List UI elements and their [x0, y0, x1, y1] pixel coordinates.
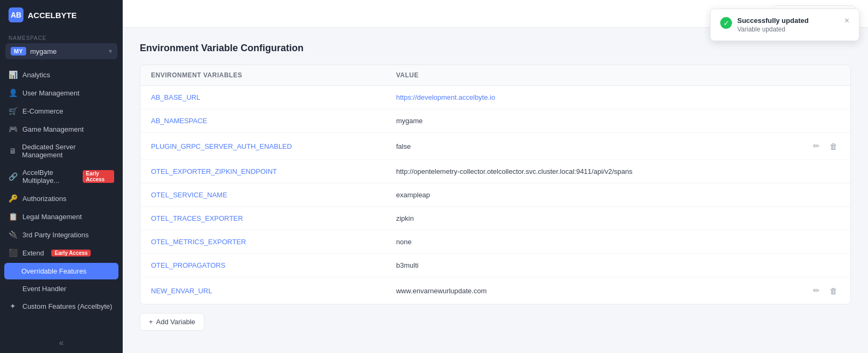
- toast-success-icon: ✓: [720, 17, 732, 29]
- sidebar-item-label: Custom Features (Accelbyte): [22, 302, 112, 310]
- env-var-actions: [775, 160, 850, 183]
- overridable-features-label: Overridable Features: [21, 267, 86, 275]
- table-row: OTEL_EXPORTER_ZIPKIN_ENDPOINThttp://open…: [140, 160, 850, 183]
- namespace-name: mygame: [30, 47, 105, 55]
- namespace-label: NAMESPACE: [0, 30, 123, 43]
- sidebar-item-label: 3rd Party Integrations: [22, 231, 89, 239]
- env-var-value: none: [385, 230, 775, 254]
- toast-content: Successfully updated Variable updated: [737, 17, 839, 33]
- authorizations-icon: 🔑: [9, 194, 17, 203]
- main-area: ⚙ Platfo ↺ Restart and Apply Environment…: [123, 0, 868, 353]
- app-name: ACCELBYTE: [28, 11, 77, 20]
- extend-icon: ⬛: [9, 248, 17, 257]
- sidebar-item-label: Game Management: [22, 125, 84, 133]
- content-area: Environment Variable Configuration Envir…: [123, 28, 868, 353]
- delete-button[interactable]: 🗑: [827, 285, 840, 296]
- env-var-actions: [775, 254, 850, 277]
- table-row: OTEL_PROPAGATORSb3multi: [140, 254, 850, 277]
- sidebar-item-label: Authorizations: [22, 195, 66, 203]
- multiplayer-icon: 🔗: [9, 172, 17, 181]
- sidebar-item-dedicated-server[interactable]: 🖥 Dedicated Server Management: [0, 138, 123, 164]
- sidebar-nav: 📊 Analytics 👤 User Management 🛒 E-Commer…: [0, 63, 123, 333]
- col-env-var: Environment Variables: [140, 65, 385, 86]
- env-var-name: OTEL_TRACES_EXPORTER: [140, 207, 385, 230]
- sidebar-item-legal-management[interactable]: 📋 Legal Management: [0, 207, 123, 226]
- sidebar-item-3rd-party[interactable]: 🔌 3rd Party Integrations: [0, 226, 123, 244]
- app-logo: AB ACCELBYTE: [0, 0, 123, 30]
- env-var-name: OTEL_SERVICE_NAME: [140, 183, 385, 207]
- env-var-actions: [775, 230, 850, 254]
- collapse-icon: «: [59, 338, 64, 347]
- dedicated-server-icon: 🖥: [9, 147, 17, 155]
- env-var-actions: [775, 109, 850, 133]
- edit-button[interactable]: ✏: [811, 285, 822, 296]
- analytics-icon: 📊: [9, 70, 17, 79]
- env-var-name: OTEL_PROPAGATORS: [140, 254, 385, 277]
- sidebar-collapse-button[interactable]: «: [0, 333, 123, 353]
- env-var-value: www.envarnewurlupdate.com: [385, 277, 775, 304]
- early-access-badge: Early Access: [83, 170, 114, 183]
- legal-icon: 📋: [9, 212, 17, 221]
- delete-button[interactable]: 🗑: [827, 141, 840, 152]
- sidebar-item-accelbyte-multiplayer[interactable]: 🔗 AccelByte Multiplaye... Early Access: [0, 164, 123, 189]
- logo-icon: AB: [9, 7, 23, 22]
- sidebar-item-label: Dedicated Server Management: [22, 143, 114, 159]
- table-row: OTEL_TRACES_EXPORTERzipkin: [140, 207, 850, 230]
- env-var-value: mygame: [385, 109, 775, 133]
- sidebar-item-label: E-Commerce: [22, 107, 63, 115]
- ecommerce-icon: 🛒: [9, 107, 17, 115]
- env-var-value: false: [385, 133, 775, 160]
- sidebar-item-user-management[interactable]: 👤 User Management: [0, 84, 123, 102]
- sidebar-item-label: AccelByte Multiplaye...: [22, 169, 75, 184]
- sidebar-item-label: User Management: [22, 89, 79, 97]
- env-var-actions: [775, 86, 850, 109]
- env-var-name: AB_BASE_URL: [140, 86, 385, 109]
- env-vars-table: Environment Variables Value AB_BASE_URLh…: [140, 65, 850, 304]
- env-var-value: b3multi: [385, 254, 775, 277]
- env-var-value: exampleap: [385, 183, 775, 207]
- plus-icon: +: [149, 318, 153, 326]
- env-var-actions: [775, 183, 850, 207]
- table-row: AB_NAMESPACEmygame: [140, 109, 850, 133]
- sidebar-item-label: Legal Management: [22, 213, 82, 221]
- env-var-value: zipkin: [385, 207, 775, 230]
- env-var-name: OTEL_METRICS_EXPORTER: [140, 230, 385, 254]
- env-var-actions: ✏🗑: [775, 133, 850, 160]
- sidebar-item-extend[interactable]: ⬛ Extend Early Access: [0, 244, 123, 262]
- env-var-value: http://opentelemetry-collector.otelcolle…: [385, 160, 775, 183]
- env-var-name: PLUGIN_GRPC_SERVER_AUTH_ENABLED: [140, 133, 385, 160]
- env-var-name: AB_NAMESPACE: [140, 109, 385, 133]
- table-row: PLUGIN_GRPC_SERVER_AUTH_ENABLEDfalse✏🗑: [140, 133, 850, 160]
- sidebar-item-label: Extend: [22, 249, 44, 257]
- sidebar-item-authorizations[interactable]: 🔑 Authorizations: [0, 189, 123, 207]
- user-management-icon: 👤: [9, 89, 17, 97]
- sidebar-item-overridable-features[interactable]: Overridable Features: [4, 263, 118, 279]
- env-var-name: NEW_ENVAR_URL: [140, 277, 385, 304]
- sidebar-item-custom-features[interactable]: ✦ Custom Features (Accelbyte): [0, 297, 123, 315]
- sidebar-item-analytics[interactable]: 📊 Analytics: [0, 66, 123, 84]
- extend-early-access-badge: Early Access: [51, 250, 91, 256]
- sidebar-item-label: Analytics: [22, 71, 50, 79]
- env-var-actions: [775, 207, 850, 230]
- custom-features-icon: ✦: [9, 302, 17, 310]
- event-handler-label: Event Handler: [22, 285, 66, 293]
- env-var-value: https://development.accelbyte.io: [385, 86, 775, 109]
- table-row: NEW_ENVAR_URLwww.envarnewurlupdate.com✏🗑: [140, 277, 850, 304]
- namespace-selector[interactable]: MY mygame ▾: [5, 43, 117, 59]
- table-row: OTEL_SERVICE_NAMEexampleap: [140, 183, 850, 207]
- sidebar-item-game-management[interactable]: 🎮 Game Management: [0, 120, 123, 138]
- add-variable-label: Add Variable: [156, 318, 195, 326]
- sidebar-item-event-handler[interactable]: Event Handler: [0, 280, 123, 297]
- toast-notification: ✓ Successfully updated Variable updated …: [710, 9, 859, 41]
- table-row: AB_BASE_URLhttps://development.accelbyte…: [140, 86, 850, 109]
- add-variable-button[interactable]: + Add Variable: [140, 313, 204, 331]
- integrations-icon: 🔌: [9, 230, 17, 239]
- env-var-actions: ✏🗑: [775, 277, 850, 304]
- namespace-badge: MY: [11, 47, 26, 55]
- sidebar-item-ecommerce[interactable]: 🛒 E-Commerce: [0, 102, 123, 120]
- toast-close-button[interactable]: ×: [845, 17, 849, 25]
- env-vars-table-wrapper: Environment Variables Value AB_BASE_URLh…: [140, 65, 851, 304]
- sidebar: AB ACCELBYTE NAMESPACE MY mygame ▾ 📊 Ana…: [0, 0, 123, 353]
- env-var-name: OTEL_EXPORTER_ZIPKIN_ENDPOINT: [140, 160, 385, 183]
- edit-button[interactable]: ✏: [811, 140, 822, 152]
